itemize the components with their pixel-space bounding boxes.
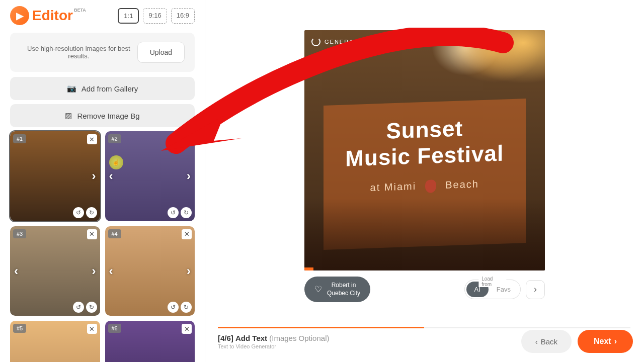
logo-text: Editor: [32, 8, 73, 23]
rotate-right-icon[interactable]: ↻: [181, 207, 192, 218]
footer: [4/6] Add Text (Images Optional) Text to…: [218, 330, 633, 353]
upload-box: Use high-resolution images for best resu…: [10, 33, 195, 72]
thumbnail-6[interactable]: #6 ✕ ‹ ›: [105, 321, 195, 362]
chevron-left-icon[interactable]: ‹: [109, 358, 113, 362]
preview-subtitle: at Miami Beach: [334, 177, 516, 197]
ratio-9-16[interactable]: 9:16: [143, 8, 167, 24]
step-progress-fill: [218, 327, 424, 328]
load-group: Load from AI Favs ›: [464, 280, 545, 299]
generating-badge: GENERATING: [311, 37, 371, 46]
chevron-right-icon[interactable]: ›: [187, 169, 191, 183]
footer-buttons: ‹ Back Next ›: [521, 330, 633, 353]
thumbnail-4[interactable]: #4 ✕ ‹ › ↺↻: [105, 226, 195, 316]
add-from-gallery-button[interactable]: 📷 Add from Gallery: [10, 77, 195, 100]
preview-crowd-shadow: [304, 199, 545, 270]
preview-progress-tick: [304, 267, 313, 270]
preview-canvas[interactable]: GENERATING SunsetMusic Festival at Miami…: [304, 30, 545, 270]
thumb-badge: #6: [108, 324, 121, 333]
step-progress-bar: [218, 327, 630, 328]
upload-button[interactable]: Upload: [137, 42, 185, 63]
main-area: GENERATING SunsetMusic Festival at Miami…: [205, 0, 644, 362]
chevron-right-icon[interactable]: ›: [187, 264, 191, 278]
thumb-badge: #5: [13, 324, 26, 333]
logo-row: ▶ EditorBETA 1:1 9:16 16:9: [10, 6, 195, 25]
rotate-left-icon[interactable]: ↺: [168, 207, 179, 218]
stripes-icon: ▨: [65, 111, 72, 120]
thumbnail-3[interactable]: #3 ✕ ‹ › ↺↻: [10, 226, 100, 316]
chevron-right-icon[interactable]: ›: [92, 358, 96, 362]
thumbnail-5[interactable]: #5 ✕ ‹ ›: [10, 321, 100, 362]
rotate-left-icon[interactable]: ↺: [73, 207, 84, 218]
close-icon[interactable]: ✕: [87, 324, 97, 334]
aspect-ratio-group: 1:1 9:16 16:9: [118, 8, 195, 24]
heart-icon[interactable]: ♡: [314, 284, 322, 295]
chevron-left-icon[interactable]: ‹: [14, 264, 18, 278]
sidebar: ▶ EditorBETA 1:1 9:16 16:9 Use high-reso…: [0, 0, 205, 362]
load-label: Load from: [478, 276, 506, 287]
spinner-icon: [311, 37, 320, 46]
next-variant-button[interactable]: ›: [526, 280, 545, 299]
lobster-icon: [425, 180, 436, 194]
rotate-left-icon[interactable]: ↺: [73, 302, 84, 313]
upload-hint: Use high-resolution images for best resu…: [20, 45, 137, 60]
preview-title: SunsetMusic Festival: [334, 114, 516, 172]
rotate-right-icon[interactable]: ↻: [181, 302, 192, 313]
rotate-left-icon[interactable]: ↺: [168, 302, 179, 313]
close-icon[interactable]: ✕: [182, 229, 192, 239]
load-segment: Load from AI Favs: [464, 280, 521, 299]
below-preview-row: ♡ Robert inQuebec City Load from AI Favs…: [304, 277, 545, 302]
cursor-pointer-icon: ☝: [109, 155, 123, 169]
rotate-right-icon[interactable]: ↻: [86, 302, 97, 313]
thumbnail-1[interactable]: #1 ✕ › ↺↻: [10, 131, 100, 221]
chevron-left-icon[interactable]: ‹: [109, 169, 113, 183]
back-button[interactable]: ‹ Back: [521, 330, 572, 353]
chevron-right-icon[interactable]: ›: [92, 264, 96, 278]
close-icon[interactable]: ✕: [87, 229, 97, 239]
next-button[interactable]: Next ›: [578, 330, 633, 353]
thumb-badge: #2: [108, 134, 121, 143]
thumbnail-grid: #1 ✕ › ↺↻ ☝ #2 ‹ › ↺↻ #3 ✕ ‹ › ↺↻ #4 ✕ ‹…: [10, 131, 195, 362]
close-icon[interactable]: ✕: [182, 324, 192, 334]
thumb-badge: #1: [13, 134, 26, 143]
user-pill[interactable]: ♡ Robert inQuebec City: [304, 277, 370, 302]
step-info: [4/6] Add Text (Images Optional) Text to…: [218, 334, 329, 349]
chevron-right-icon: ›: [614, 337, 617, 346]
chevron-left-icon[interactable]: ‹: [109, 264, 113, 278]
thumb-badge: #4: [108, 229, 121, 238]
remove-bg-button[interactable]: ▨ Remove Image Bg: [10, 104, 195, 127]
ratio-1-1[interactable]: 1:1: [118, 8, 139, 24]
camera-plus-icon: 📷: [67, 84, 76, 93]
thumb-badge: #3: [13, 229, 26, 238]
rotate-right-icon[interactable]: ↻: [86, 207, 97, 218]
thumbnail-2[interactable]: ☝ #2 ‹ › ↺↻: [105, 131, 195, 221]
user-text: Robert inQuebec City: [327, 282, 360, 297]
chevron-left-icon[interactable]: ‹: [14, 358, 18, 362]
beta-badge: BETA: [74, 8, 86, 13]
ratio-16-9[interactable]: 16:9: [171, 8, 195, 24]
chevron-left-icon: ‹: [535, 337, 538, 346]
logo[interactable]: ▶ EditorBETA: [10, 6, 86, 25]
chevron-right-icon[interactable]: ›: [187, 358, 191, 362]
close-icon[interactable]: ✕: [87, 134, 97, 144]
play-icon: ▶: [10, 6, 29, 25]
chevron-right-icon[interactable]: ›: [92, 169, 96, 183]
